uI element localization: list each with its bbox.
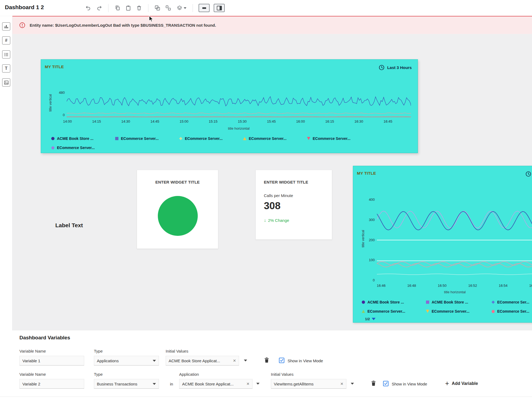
legend-pagination[interactable]: 1/2 bbox=[365, 317, 376, 321]
error-banner: Entity name: $UserLogOut.memberLogOut Ba… bbox=[12, 16, 532, 34]
clear-icon[interactable]: ✕ bbox=[340, 382, 343, 386]
show-in-view-mode-checkbox[interactable] bbox=[383, 381, 388, 386]
x-axis-tick: 14:00 bbox=[57, 119, 78, 123]
redo-icon bbox=[96, 5, 102, 11]
type-select[interactable]: Applications bbox=[94, 356, 159, 365]
redo-button[interactable] bbox=[94, 3, 104, 13]
legend-item[interactable]: ECommerce Server... bbox=[426, 309, 469, 314]
health-widget[interactable]: ENTER WIDGET TITLE bbox=[137, 170, 218, 249]
right-panel-icon bbox=[216, 5, 223, 11]
application-field[interactable]: ACME Book Store Applicat... ✕ bbox=[179, 379, 253, 389]
delete-variable-button[interactable] bbox=[370, 380, 377, 387]
field-label: Type bbox=[94, 349, 103, 353]
metric-widget[interactable]: ENTER WIDGET TITLE Calls per Minute 308 … bbox=[255, 170, 332, 240]
chart-widget-button[interactable] bbox=[2, 22, 10, 30]
text-tool-icon: T bbox=[5, 66, 8, 71]
legend-item[interactable]: ECommerce Ser... bbox=[492, 309, 529, 314]
dashboard-canvas[interactable]: MY TITLE Last 3 Hours title vertical tit… bbox=[12, 34, 532, 330]
ungroup-button[interactable] bbox=[163, 3, 173, 13]
chevron-down-icon[interactable] bbox=[244, 360, 247, 361]
timeseries-widget-2[interactable]: MY TITLE title vertical title horizontal… bbox=[353, 166, 532, 323]
dashboard-title: Dashboard 1 2 bbox=[5, 4, 44, 11]
legend-item[interactable]: ECommerce Server... bbox=[51, 145, 95, 150]
legend-item[interactable]: ECommerce Ser... bbox=[492, 300, 529, 305]
legend-label: ECommerce Server... bbox=[57, 146, 95, 150]
group-button[interactable] bbox=[153, 3, 162, 13]
x-axis-tick: 16:48 bbox=[401, 284, 422, 288]
x-axis-tick: 16:30 bbox=[349, 119, 369, 123]
checkbox-label: Show in View Mode bbox=[392, 382, 427, 386]
check-icon bbox=[280, 358, 284, 362]
numeric-widget-button[interactable]: # bbox=[2, 36, 10, 44]
widget-title: ENTER WIDGET TITLE bbox=[137, 180, 218, 184]
label-widget[interactable]: Label Text bbox=[55, 222, 83, 229]
trash-icon bbox=[136, 5, 142, 11]
down-arrow-icon: ↓ bbox=[264, 218, 266, 223]
legend-item[interactable]: ACME Book Store ... bbox=[362, 300, 404, 305]
image-widget-button[interactable] bbox=[2, 78, 10, 87]
clock-icon bbox=[378, 64, 385, 71]
bottom-panel-toggle-button[interactable] bbox=[199, 4, 210, 12]
toolbar-divider bbox=[148, 4, 148, 12]
clock-icon[interactable] bbox=[525, 171, 531, 177]
page-indicator: 1/2 bbox=[365, 317, 370, 321]
line-chart bbox=[67, 89, 411, 117]
list-widget-button[interactable] bbox=[2, 50, 10, 58]
metric-label: Calls per Minute bbox=[264, 193, 293, 198]
legend-item[interactable]: ECommerce Server... bbox=[362, 309, 405, 314]
field-label: Variable Name bbox=[19, 372, 46, 377]
legend-label: ACME Book Store ... bbox=[367, 300, 404, 304]
pentagon-marker-icon bbox=[492, 310, 495, 313]
error-icon bbox=[19, 22, 26, 29]
copy-icon bbox=[114, 5, 121, 11]
text-widget-button[interactable]: T bbox=[2, 64, 10, 73]
y-axis-tick: 0 bbox=[360, 278, 375, 282]
checkbox-label: Show in View Mode bbox=[288, 358, 323, 363]
diamond-marker-icon bbox=[179, 137, 182, 140]
clear-icon[interactable]: ✕ bbox=[233, 358, 236, 363]
pentagon-marker-icon bbox=[51, 146, 54, 149]
chevron-down-icon[interactable] bbox=[256, 383, 260, 385]
timeseries-widget-1[interactable]: MY TITLE Last 3 Hours title vertical tit… bbox=[41, 59, 418, 153]
undo-button[interactable] bbox=[84, 3, 93, 13]
clear-icon[interactable]: ✕ bbox=[246, 382, 250, 386]
x-axis-tick: 16:56 bbox=[523, 284, 532, 288]
type-select[interactable]: Business Transactions bbox=[94, 379, 159, 389]
x-axis-tick: 16:00 bbox=[290, 119, 311, 123]
metric-change: ↓ 2% Change bbox=[264, 218, 289, 223]
horizontal-bar-icon bbox=[201, 5, 207, 11]
time-range-selector[interactable]: Last 3 Hours bbox=[378, 64, 412, 71]
layers-button[interactable] bbox=[174, 3, 188, 13]
legend-item[interactable]: ECommerce Server... bbox=[307, 136, 350, 141]
x-axis-title: title horizontal bbox=[67, 126, 411, 130]
y-axis-tick: 200 bbox=[360, 238, 375, 242]
legend-item[interactable]: ACME Book Store ... bbox=[51, 136, 93, 141]
metric-value: 308 bbox=[264, 200, 281, 212]
variable-name-input[interactable] bbox=[19, 356, 84, 365]
toolbar-divider bbox=[193, 4, 193, 12]
legend-item[interactable]: ECommerce Server... bbox=[179, 136, 223, 141]
field-label: Initial Values bbox=[166, 349, 188, 353]
legend-item[interactable]: ECommerce Server... bbox=[243, 136, 287, 141]
field-label: Type bbox=[94, 372, 103, 377]
widget-title: ENTER WIDGET TITLE bbox=[256, 180, 332, 184]
legend-item[interactable]: ECommerce Server... bbox=[115, 136, 159, 141]
legend-item[interactable]: ACME Book Store ... bbox=[426, 300, 468, 305]
copy-button[interactable] bbox=[113, 3, 122, 13]
initial-values-field[interactable]: ViewItems.getAllItems ✕ bbox=[271, 379, 346, 389]
delete-variable-button[interactable] bbox=[263, 357, 270, 364]
variable-name-input[interactable] bbox=[19, 379, 84, 389]
paste-icon bbox=[125, 5, 131, 11]
initial-values-field[interactable]: ACME Book Store Applicat... ✕ bbox=[166, 356, 239, 365]
show-in-view-mode-checkbox[interactable] bbox=[279, 358, 284, 363]
y-axis-tick: 300 bbox=[360, 218, 375, 222]
right-panel-toggle-button[interactable] bbox=[214, 4, 225, 12]
time-range-label: Last 3 Hours bbox=[387, 65, 412, 70]
widget-title: MY TITLE bbox=[357, 171, 376, 175]
paste-button[interactable] bbox=[124, 3, 133, 13]
triangle-up-marker-icon bbox=[243, 137, 246, 140]
group-icon bbox=[154, 5, 161, 11]
chevron-down-icon[interactable] bbox=[351, 383, 354, 385]
delete-button[interactable] bbox=[134, 3, 144, 13]
add-variable-button[interactable]: + Add Variable bbox=[445, 380, 478, 387]
